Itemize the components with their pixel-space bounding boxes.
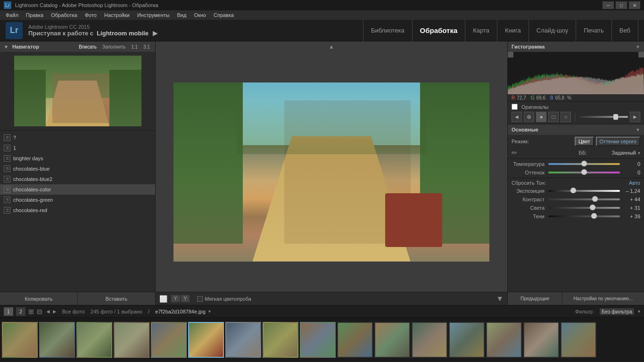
clip-highlights-btn[interactable]: ► [630,112,640,122]
nav-1-1-btn[interactable]: 1:1 [130,44,139,50]
preset-item-choc-green[interactable]: ☰ chocolates-green [0,195,155,205]
nav-fill-btn[interactable]: Заполнить [101,44,127,50]
film-thumb-11[interactable] [374,322,410,358]
contrast-track[interactable] [548,198,620,200]
photo-trees-left [173,82,243,244]
highlights-track[interactable] [548,207,620,209]
preset-item-choc-color[interactable]: ☰ chocolates-color [0,184,155,195]
film-thumb-9[interactable] [300,322,336,358]
filter-expand-icon[interactable]: ▾ [638,309,640,314]
grid-view-2-btn[interactable]: ⊟ [37,308,42,315]
shadows-track[interactable] [548,215,620,217]
film-thumb-2[interactable] [39,322,75,358]
preset-item-choc-blue2[interactable]: ☰ chocolates-blue2 [0,174,155,184]
eyedropper-icon[interactable]: ✏ [512,149,517,156]
tint-track[interactable] [548,172,620,173]
next-arrow-btn[interactable]: ► [52,308,58,315]
grayscale-mode-btn[interactable]: Оттенки серого [596,137,640,146]
histogram-collapse-icon[interactable]: ▼ [636,44,640,49]
gradient-tool[interactable]: ○ [561,112,571,122]
film-thumb-15[interactable] [523,322,559,358]
film-thumb-14[interactable] [486,322,522,358]
temp-track[interactable] [548,163,620,165]
heal-tool[interactable]: ● [536,112,546,122]
film-thumb-13[interactable] [449,322,485,358]
film-thumb-12[interactable] [412,322,447,358]
exposure-track[interactable] [548,190,620,192]
page-2-btn[interactable]: 2 [16,307,25,316]
film-thumb-5[interactable] [151,322,187,358]
basic-collapse-icon[interactable]: ▼ [636,127,640,132]
menu-file[interactable]: Файл [2,11,22,19]
soft-proof-label: Мягкая цветопроба [205,296,251,302]
histogram-label: Гистограмма [512,44,545,49]
view-mode-2[interactable]: Y [181,295,190,302]
film-thumb-8[interactable] [263,322,298,358]
previous-btn[interactable]: Предыдущие [508,292,562,305]
paste-button[interactable]: Вставить [78,292,155,305]
nav-web[interactable]: Веб [612,20,638,41]
soft-proof-checkbox[interactable] [197,296,203,302]
redeye-tool[interactable]: □ [548,112,559,122]
film-thumb-1[interactable] [2,322,38,358]
nav-3-1-btn[interactable]: 3:1 [142,44,151,50]
preset-item-question[interactable]: ☰ ? [0,132,155,143]
filter-dropdown[interactable]: Без фильтра [600,308,634,315]
menu-develop[interactable]: Обработка [47,11,81,19]
default-settings-btn[interactable]: Настройки по умолчанию... [562,292,644,305]
nav-slideshow[interactable]: Слайд-шоу [529,20,576,41]
view-mode-buttons: Y Y [171,295,190,302]
tool-slider-thumb [613,114,618,120]
menu-help[interactable]: Справка [210,11,238,19]
preset-item-choc-red[interactable]: ☰ chocolates-red [0,205,155,215]
preset-item-brighter[interactable]: ☰ brighter days [0,153,155,164]
page-1-btn[interactable]: 1 [4,307,13,316]
nav-library[interactable]: Библиотека [363,20,413,41]
film-thumb-3[interactable] [76,322,112,358]
histogram-header: Гистограмма ▼ [508,41,644,52]
maximize-button[interactable]: □ [616,1,627,9]
nav-fit-btn[interactable]: Вписать [77,44,98,50]
crop-tool[interactable]: ⊕ [524,112,534,122]
menu-window[interactable]: Окно [190,11,210,19]
preset-item-choc-blue[interactable]: ☰ chocolates-blue [0,164,155,174]
play-button[interactable]: ▶ [153,30,157,37]
film-thumb-7[interactable] [225,322,261,358]
highlights-label: Света [512,205,545,211]
view-square-icon[interactable]: ⬜ [159,295,167,303]
nav-map[interactable]: Карта [465,20,497,41]
menu-tools[interactable]: Инструменты [133,11,173,19]
preset-name: chocolates-color [13,187,51,192]
menu-edit[interactable]: Правка [22,11,47,19]
film-thumb-16[interactable] [561,322,596,358]
menu-view[interactable]: Вид [173,11,190,19]
copy-button[interactable]: Копировать [0,292,77,305]
preset-item-1[interactable]: ☰ 1 [0,143,155,153]
originals-checkbox[interactable] [512,104,518,110]
clip-shadows-btn[interactable]: ◄ [512,112,522,122]
close-button[interactable]: ✕ [629,1,640,9]
menu-photo[interactable]: Фото [81,11,100,19]
expand-button[interactable]: ▼ [496,295,504,303]
navigator-collapse-icon[interactable]: ▼ [4,44,8,49]
nav-develop[interactable]: Обработка [413,20,466,41]
tool-slider[interactable] [579,116,628,118]
filename-dropdown[interactable]: ▾ [208,309,211,314]
wb-dropdown-icon[interactable]: ▾ [638,150,640,156]
nav-book[interactable]: Книга [497,20,529,41]
film-thumb-6[interactable] [188,322,224,358]
grid-view-btn[interactable]: ⊞ [28,308,34,315]
color-mode-btn[interactable]: Цвет [575,137,594,146]
film-thumb-10[interactable] [337,322,373,358]
reset-tone-label: Сбросить Тон: [512,180,546,186]
all-photos-label: Все фото [62,309,85,314]
prev-arrow-btn[interactable]: ◄ [45,308,51,315]
auto-btn[interactable]: Авто [629,180,640,186]
collapse-arrow-top[interactable]: ▲ [329,43,334,50]
preset-name: chocolates-blue [13,166,50,172]
view-mode-1[interactable]: Y [171,295,180,302]
minimize-button[interactable]: ─ [603,1,614,9]
menu-settings[interactable]: Настройки [100,11,133,19]
film-thumb-4[interactable] [114,322,149,358]
nav-print[interactable]: Печать [576,20,612,41]
